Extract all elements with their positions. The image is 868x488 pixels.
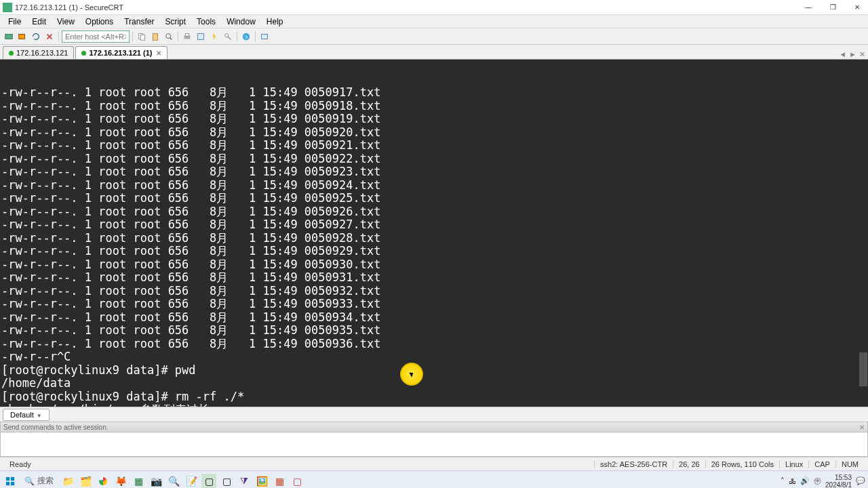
command-window-close-icon[interactable]: ✕ [859, 424, 865, 431]
taskbar-app-camera[interactable]: 📷 [149, 474, 163, 489]
terminal-output[interactable]: -rw-r--r--. 1 root root 656 8月 1 15:49 0… [0, 60, 868, 407]
properties-icon[interactable] [195, 30, 207, 43]
disconnect-icon[interactable] [43, 30, 56, 43]
tab-bar: 172.16.213.121172.16.213.121 (1)✕ ◄ ► ✕ [0, 45, 868, 60]
svg-rect-7 [185, 33, 189, 36]
tab-close-icon[interactable]: ✕ [859, 50, 865, 59]
title-bar: 172.16.213.121 (1) - SecureCRT — ❐ ✕ [0, 0, 868, 15]
taskbar-app-img[interactable]: 🖼️ [254, 474, 269, 489]
tray-arrow-icon[interactable]: ˄ [781, 476, 785, 485]
status-ready: Ready [4, 460, 594, 468]
taskbar-app-ppt[interactable]: ▦ [272, 474, 287, 489]
status-num: NUM [835, 460, 864, 468]
status-dot-icon [81, 51, 86, 56]
status-bar: Ready ssh2: AES-256-CTR 26, 26 26 Rows, … [0, 457, 868, 470]
taskbar-app-chrome[interactable] [96, 474, 111, 489]
find-icon[interactable] [163, 30, 175, 43]
status-connection: ssh2: AES-256-CTR [594, 460, 673, 468]
taskbar-search[interactable]: 🔍搜索 [20, 475, 58, 487]
taskbar-app-rec[interactable]: ▢ [290, 474, 304, 489]
menu-tools[interactable]: Tools [191, 16, 221, 28]
svg-rect-13 [6, 476, 9, 480]
status-caps: CAP [808, 460, 835, 468]
svg-rect-0 [5, 34, 13, 39]
taskbar-app-folder[interactable]: 📁 [60, 474, 75, 489]
svg-text:?: ? [245, 34, 248, 40]
svg-rect-12 [262, 34, 268, 39]
tray-ime-icon[interactable]: ㊥ [814, 476, 821, 486]
menu-help[interactable]: Help [261, 16, 289, 28]
svg-rect-8 [198, 33, 204, 39]
scrollbar-thumb[interactable] [859, 352, 867, 386]
taskbar-app-notes[interactable]: 📝 [184, 474, 199, 489]
menu-options[interactable]: Options [80, 16, 119, 28]
help-icon[interactable]: ? [240, 30, 252, 43]
new-tab-icon[interactable] [258, 30, 271, 43]
key-icon[interactable] [222, 30, 234, 43]
svg-rect-4 [153, 33, 158, 40]
svg-rect-16 [11, 481, 14, 485]
taskbar-app-term[interactable]: ▢ [219, 474, 234, 489]
tab-prev-icon[interactable]: ◄ [839, 50, 846, 59]
taskbar-app-everything[interactable]: 🔍 [166, 474, 181, 489]
menu-edit[interactable]: Edit [26, 16, 52, 28]
svg-rect-3 [140, 35, 144, 40]
minimize-button[interactable]: — [800, 1, 816, 14]
taskbar-app-firefox[interactable]: 🦊 [113, 474, 128, 489]
status-dot-icon [9, 51, 14, 56]
window-title: 172.16.213.121 (1) - SecureCRT [15, 3, 800, 12]
bolt-icon[interactable] [208, 30, 220, 43]
start-button[interactable] [3, 474, 18, 489]
session-tab[interactable]: 172.16.213.121 (1)✕ [75, 46, 167, 59]
command-window-label: Send commands to active session. [3, 424, 108, 431]
menu-view[interactable]: View [52, 16, 80, 28]
taskbar-app-excel[interactable]: ▦ [131, 474, 146, 489]
tray-network-icon[interactable]: 🖧 [789, 477, 796, 485]
svg-rect-14 [11, 476, 14, 480]
toolbar: ? [0, 28, 868, 45]
svg-rect-1 [19, 34, 25, 39]
taskbar-app-explorer[interactable]: 🗂️ [78, 474, 93, 489]
taskbar-app-vs[interactable]: ⧩ [237, 474, 252, 489]
taskbar-clock[interactable]: 15:53 2024/8/1 [825, 474, 852, 489]
tab-close-icon[interactable]: ✕ [156, 49, 161, 57]
status-term-type: Linux [779, 460, 808, 468]
menu-bar: FileEditViewOptionsTransferScriptToolsWi… [0, 15, 868, 28]
tab-next-icon[interactable]: ► [849, 50, 856, 59]
maximize-button[interactable]: ❐ [825, 1, 841, 14]
close-button[interactable]: ✕ [849, 1, 865, 14]
session-tab-default[interactable]: Default▼ [3, 409, 50, 421]
terminal-scrollbar[interactable] [859, 60, 868, 407]
quick-connect-icon[interactable] [16, 30, 28, 43]
menu-file[interactable]: File [3, 16, 26, 28]
command-window-header: Send commands to active session. ✕ [0, 422, 868, 432]
copy-icon[interactable] [136, 30, 148, 43]
tab-nav: ◄ ► ✕ [839, 50, 865, 59]
print-icon[interactable] [181, 30, 193, 43]
svg-rect-15 [6, 481, 9, 485]
paste-icon[interactable] [149, 30, 161, 43]
tray-notifications-icon[interactable]: 💬 [856, 476, 865, 485]
tray-volume-icon[interactable]: 🔊 [800, 476, 810, 485]
taskbar-app-securecrt[interactable]: ▢ [201, 474, 216, 489]
menu-transfer[interactable]: Transfer [119, 16, 159, 28]
windows-taskbar: 🔍搜索 📁 🗂️ 🦊 ▦ 📷 🔍 📝 ▢ ▢ ⧩ 🖼️ ▦ ▢ ˄ 🖧 🔊 ㊥ … [0, 470, 868, 488]
reconnect-icon[interactable] [30, 30, 42, 43]
menu-script[interactable]: Script [159, 16, 191, 28]
search-icon: 🔍 [24, 476, 35, 486]
app-icon [3, 3, 12, 12]
command-input[interactable] [0, 432, 868, 457]
menu-window[interactable]: Window [221, 16, 261, 28]
status-size: 26 Rows, 110 Cols [705, 460, 779, 468]
bottom-tab-bar: Default▼ [0, 407, 868, 422]
session-tab[interactable]: 172.16.213.121 [3, 46, 74, 59]
dropdown-icon[interactable]: ▼ [37, 413, 42, 419]
connect-icon[interactable] [3, 30, 15, 43]
status-cursor-pos: 26, 26 [673, 460, 705, 468]
host-input[interactable] [62, 30, 130, 43]
svg-point-5 [166, 33, 171, 38]
